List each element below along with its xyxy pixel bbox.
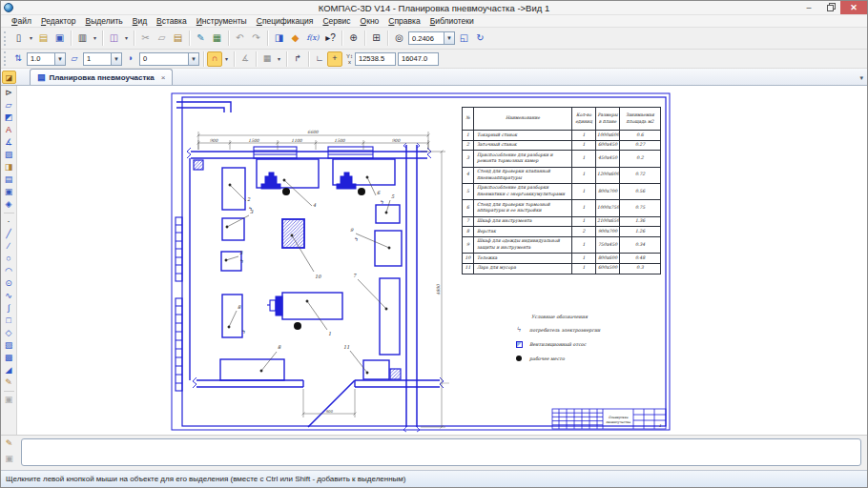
paste-icon[interactable]: ▤ xyxy=(170,30,186,47)
tool-polygon-icon[interactable]: ◇ xyxy=(2,327,16,339)
preview-dropdown-icon[interactable]: ▾ xyxy=(122,30,131,47)
save-document-icon[interactable]: ▣ xyxy=(52,30,68,47)
tool-aux-line-icon[interactable]: ╱ xyxy=(2,228,16,240)
tool-stamp-disabled-icon[interactable]: ▣ xyxy=(2,394,16,406)
legend: Условные обозначения ϟ потребитель элект… xyxy=(506,315,640,369)
document-tab[interactable]: ▤ Планировка пневмоучастка × xyxy=(30,69,173,85)
tool-polyline-icon[interactable]: ∿ xyxy=(2,290,16,302)
style-value[interactable]: 0 xyxy=(139,52,189,66)
tab-overflow-icon[interactable]: ▾ xyxy=(859,74,863,82)
snap-cursor-icon[interactable]: + xyxy=(327,51,342,67)
scale-dropdown-icon[interactable]: ▼ xyxy=(55,52,66,66)
tool-insert-view-icon[interactable]: ◨ xyxy=(2,161,16,173)
kompas-assistant-icon[interactable]: ◆ xyxy=(287,30,303,47)
tool-fragment-icon[interactable]: ◈ xyxy=(2,198,16,211)
tab-close-icon[interactable]: × xyxy=(161,73,166,82)
menu-item[interactable]: Библиотеки xyxy=(425,16,479,26)
property-brush-icon[interactable]: ✎ xyxy=(2,437,16,450)
tool-spline-icon[interactable]: ∫ xyxy=(2,302,16,315)
cut-icon[interactable]: ✂ xyxy=(137,30,154,47)
snap-magnet-icon[interactable]: ∩ xyxy=(207,51,222,67)
copy-icon[interactable]: ▱ xyxy=(154,30,170,47)
variables-icon[interactable]: ◨ xyxy=(271,30,287,47)
open-document-icon[interactable]: ▤ xyxy=(35,30,52,47)
local-cs-icon[interactable]: ↱ xyxy=(290,51,305,67)
restore-button[interactable] xyxy=(819,1,840,14)
menu-item[interactable]: Редактор xyxy=(36,16,81,26)
layers-icon[interactable]: ▱ xyxy=(67,51,82,67)
menu-item[interactable]: Сервис xyxy=(318,16,355,26)
menu-item[interactable]: Справка xyxy=(383,16,424,26)
tool-fill-icon[interactable]: ▩ xyxy=(2,352,16,364)
grid-dropdown-icon[interactable]: ▾ xyxy=(275,51,283,67)
tool-layers-icon[interactable]: ▱ xyxy=(2,99,16,112)
tool-select-icon[interactable]: ⊳ xyxy=(2,87,16,99)
new-document-icon[interactable]: ▯ xyxy=(10,30,27,47)
grid-icon[interactable]: ▦ xyxy=(259,51,275,67)
tool-ellipse-icon[interactable]: ⊙ xyxy=(2,277,16,290)
copy-properties-icon[interactable]: ✎ xyxy=(193,30,209,47)
tool-segment-icon[interactable]: ∕ xyxy=(2,240,16,253)
menu-item[interactable]: Спецификация xyxy=(252,16,319,26)
property-stamp-icon[interactable]: ▣ xyxy=(2,453,16,465)
zoom-current-icon[interactable]: ◎ xyxy=(391,30,407,47)
menu-item[interactable]: Окно xyxy=(356,16,384,26)
tool-arc-icon[interactable]: ◠ xyxy=(2,265,16,277)
tool-hatch-icon[interactable]: ▨ xyxy=(2,339,16,352)
undo-icon[interactable]: ↶ xyxy=(232,30,248,47)
style-dropdown-icon[interactable]: ▼ xyxy=(189,52,199,66)
fx-expression-icon[interactable]: f(x) xyxy=(303,30,322,47)
angle-snap-icon[interactable]: ∡ xyxy=(238,51,253,67)
menu-item[interactable]: Выделить xyxy=(81,16,128,26)
tool-rectangle-icon[interactable]: □ xyxy=(2,315,16,327)
snap-dropdown-icon[interactable]: ▾ xyxy=(222,51,231,67)
compact-panel-toggle[interactable]: ◪ xyxy=(2,71,16,84)
tool-sheet-icon[interactable]: ▤ xyxy=(2,173,16,186)
layer-value[interactable]: 1 xyxy=(83,52,112,66)
view-style-icon[interactable]: ◗ xyxy=(123,51,138,67)
minimize-button[interactable]: – xyxy=(798,1,819,14)
tool-text-icon[interactable]: A xyxy=(2,124,16,136)
print-icon[interactable]: ▥ xyxy=(74,30,91,47)
zoom-value[interactable]: 0.2406 xyxy=(408,31,444,45)
toolbar-grip[interactable] xyxy=(4,31,8,46)
layer-dropdown-icon[interactable]: ▼ xyxy=(112,52,122,66)
tool-hatch-region-icon[interactable]: ▨ xyxy=(2,149,16,161)
refresh-view-icon[interactable]: ↻ xyxy=(472,30,488,47)
step-icon[interactable]: ⇅ xyxy=(10,51,26,67)
menu-item[interactable]: Вставка xyxy=(152,16,192,26)
scale-combo[interactable]: 1.0 ▼ xyxy=(27,52,66,66)
menu-item[interactable]: Инструменты xyxy=(192,16,252,26)
print-preview-icon[interactable]: ◫ xyxy=(106,30,122,47)
tool-designations-icon[interactable]: ◩ xyxy=(2,112,16,124)
redo-icon[interactable]: ↷ xyxy=(248,30,264,47)
tool-draw-icon[interactable]: ✎ xyxy=(2,376,16,389)
ortho-mode-icon[interactable]: ∟ xyxy=(312,51,327,67)
tool-chamfer-icon[interactable]: ◢ xyxy=(2,364,16,376)
menu-item[interactable]: Вид xyxy=(128,16,152,26)
menu-item[interactable]: Файл xyxy=(7,16,36,26)
style-combo[interactable]: 0 ▼ xyxy=(139,52,199,66)
toolbar-grip[interactable] xyxy=(4,51,8,66)
coordinate-y-field[interactable]: 12538.5 xyxy=(355,52,396,66)
spec-table-cell: 600х500 xyxy=(596,263,620,274)
context-help-icon[interactable]: ▸? xyxy=(322,30,339,47)
tool-point-icon[interactable]: · xyxy=(2,215,16,228)
scale-value[interactable]: 1.0 xyxy=(27,52,55,66)
zoom-combo[interactable]: 0.2406 ▼ xyxy=(408,31,455,45)
tool-save-view-icon[interactable]: ▣ xyxy=(2,186,16,198)
drawing-canvas[interactable]: 6600 900 1500 1100 1500 900 4800 900 2 4… xyxy=(17,86,867,435)
zoom-in-icon[interactable]: ⊕ xyxy=(345,30,362,47)
zoom-window-icon[interactable]: ⊞ xyxy=(368,30,384,47)
layer-combo[interactable]: 1 ▼ xyxy=(83,52,122,66)
print-dropdown-icon[interactable]: ▾ xyxy=(91,30,99,47)
tool-measure-icon[interactable]: ∡ xyxy=(2,136,16,149)
zoom-dropdown-icon[interactable]: ▼ xyxy=(444,31,455,45)
fit-document-icon[interactable]: ◱ xyxy=(456,30,472,47)
message-field[interactable] xyxy=(21,438,861,466)
coordinate-x-field[interactable]: 16047.0 xyxy=(398,52,439,66)
tool-circle-icon[interactable]: ○ xyxy=(2,253,16,265)
object-properties-icon[interactable]: ▦ xyxy=(209,30,225,47)
close-button[interactable]: ✕ xyxy=(840,1,867,14)
new-dropdown-icon[interactable]: ▾ xyxy=(27,30,35,47)
